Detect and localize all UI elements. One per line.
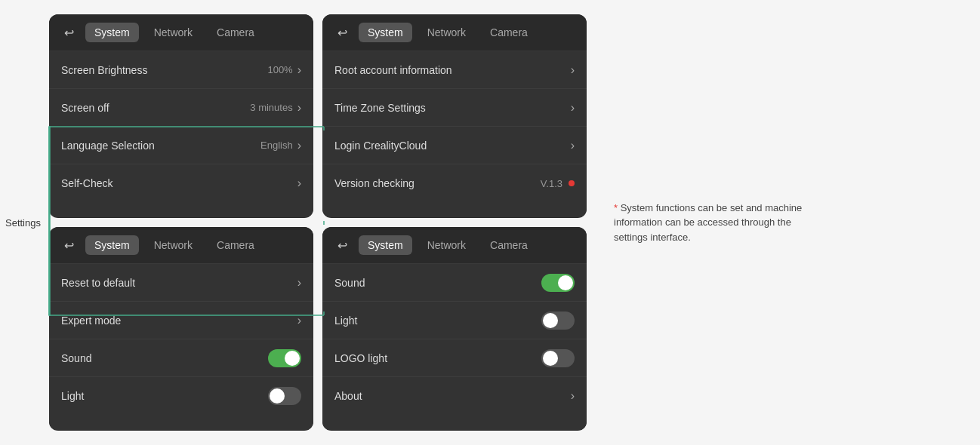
- menu-screen-off[interactable]: Screen off 3 minutes ›: [49, 89, 313, 127]
- tab-system-tl[interactable]: System: [85, 23, 139, 42]
- screen-off-label: Screen off: [61, 102, 109, 114]
- light-bl-toggle[interactable]: [268, 387, 301, 405]
- settings-label: Settings: [5, 217, 41, 229]
- panel-top-left: ↩ System Network Camera Screen Brightnes…: [49, 14, 313, 218]
- self-check-value: ›: [297, 176, 301, 190]
- menu-login-crealitycloud[interactable]: Login CrealityCloud ›: [322, 127, 587, 164]
- screen-brightness-label: Screen Brightness: [61, 64, 147, 76]
- light-bl-label: Light: [61, 390, 84, 402]
- language-label: Language Selection: [61, 140, 155, 152]
- light-br-toggle-off[interactable]: [541, 312, 575, 330]
- root-account-label: Root account information: [334, 64, 452, 76]
- tab-system-br[interactable]: System: [359, 235, 412, 255]
- chevron-icon: ›: [571, 63, 575, 77]
- panel-bottom-right: ↩ System Network Camera Sound: [322, 227, 587, 431]
- light-toggle-off[interactable]: [268, 387, 301, 405]
- tab-network-tr[interactable]: Network: [418, 23, 475, 42]
- menu-timezone[interactable]: Time Zone Settings ›: [322, 89, 587, 127]
- about-value: ›: [571, 389, 575, 403]
- timezone-value: ›: [571, 101, 575, 115]
- logo-light-label: LOGO light: [334, 352, 387, 364]
- menu-version-checking[interactable]: Version checking V.1.3: [322, 164, 587, 202]
- logo-light-toggle-off[interactable]: [541, 349, 575, 367]
- tab-network-tl[interactable]: Network: [145, 23, 202, 42]
- chevron-icon: ›: [571, 139, 575, 152]
- root-account-value: ›: [571, 63, 575, 77]
- toggle-knob: [558, 275, 573, 290]
- tab-system-tr[interactable]: System: [359, 23, 412, 42]
- light-br-label: Light: [334, 315, 357, 327]
- menu-sound-br[interactable]: Sound: [322, 264, 587, 302]
- version-checking-label: Version checking: [334, 177, 414, 189]
- panel-header-bottom-right: ↩ System Network Camera: [322, 227, 587, 264]
- expert-mode-label: Expert mode: [61, 315, 121, 327]
- version-dot-icon: [569, 180, 575, 186]
- menu-language-selection[interactable]: Language Selection English ›: [49, 127, 313, 164]
- toggle-knob: [543, 351, 558, 366]
- login-crealitycloud-label: Login CrealityCloud: [334, 140, 427, 152]
- menu-about[interactable]: About ›: [322, 377, 587, 415]
- sound-br-toggle-on[interactable]: [541, 274, 575, 292]
- tab-network-br[interactable]: Network: [418, 235, 475, 255]
- panel-header-top-left: ↩ System Network Camera: [49, 14, 313, 51]
- sound-br-toggle[interactable]: [541, 274, 575, 292]
- timezone-label: Time Zone Settings: [334, 102, 426, 114]
- tab-camera-tr[interactable]: Camera: [481, 23, 537, 42]
- reset-default-value: ›: [297, 276, 301, 290]
- screen-brightness-value: 100% ›: [267, 63, 301, 77]
- language-value: English ›: [260, 139, 301, 152]
- back-button-tr[interactable]: ↩: [331, 22, 353, 43]
- chevron-icon: ›: [297, 139, 301, 152]
- chevron-icon: ›: [571, 101, 575, 115]
- toggle-knob: [285, 351, 300, 366]
- panel-header-bottom-left: ↩ System Network Camera: [49, 227, 313, 264]
- screen-off-value: 3 minutes ›: [250, 101, 301, 115]
- reset-default-label: Reset to default: [61, 277, 135, 289]
- version-checking-value: V.1.3: [541, 178, 575, 189]
- panel-top-right: ↩ System Network Camera Root account inf…: [322, 14, 587, 218]
- chevron-icon: ›: [297, 63, 301, 77]
- light-br-toggle[interactable]: [541, 312, 575, 330]
- panel-content-tl: Screen Brightness 100% › Screen off 3 mi…: [49, 51, 313, 217]
- info-text: * System functions can be set and machin…: [614, 201, 810, 245]
- logo-light-toggle[interactable]: [541, 349, 575, 367]
- chevron-icon: ›: [297, 176, 301, 190]
- toggle-knob: [543, 313, 558, 328]
- chevron-icon: ›: [571, 389, 575, 403]
- chevron-icon: ›: [297, 276, 301, 290]
- menu-logo-light[interactable]: LOGO light: [322, 339, 587, 377]
- menu-expert-mode[interactable]: Expert mode ›: [49, 302, 313, 339]
- panel-bottom-left: ↩ System Network Camera Reset to default…: [49, 227, 313, 431]
- panel-content-bl: Reset to default › Expert mode ›: [49, 264, 313, 430]
- menu-reset-default[interactable]: Reset to default ›: [49, 264, 313, 302]
- expert-mode-value: ›: [297, 314, 301, 327]
- back-button-tl[interactable]: ↩: [58, 22, 79, 43]
- menu-self-check[interactable]: Self-Check ›: [49, 164, 313, 202]
- menu-screen-brightness[interactable]: Screen Brightness 100% ›: [49, 51, 313, 89]
- tab-camera-br[interactable]: Camera: [481, 235, 537, 255]
- toggle-knob: [270, 388, 285, 404]
- sound-bl-label: Sound: [61, 352, 91, 364]
- tab-network-bl[interactable]: Network: [145, 235, 202, 255]
- panel-header-top-right: ↩ System Network Camera: [322, 14, 587, 51]
- menu-light-br[interactable]: Light: [322, 302, 587, 339]
- chevron-icon: ›: [297, 101, 301, 115]
- self-check-label: Self-Check: [61, 177, 112, 189]
- about-label: About: [334, 390, 362, 402]
- tab-camera-bl[interactable]: Camera: [208, 235, 263, 255]
- sound-toggle-on[interactable]: [268, 349, 301, 367]
- chevron-icon: ›: [297, 314, 301, 327]
- asterisk-icon: *: [614, 202, 618, 213]
- sound-br-label: Sound: [334, 277, 365, 289]
- sound-bl-toggle[interactable]: [268, 349, 301, 367]
- tab-camera-tl[interactable]: Camera: [208, 23, 263, 42]
- menu-light-bl[interactable]: Light: [49, 377, 313, 415]
- login-crealitycloud-value: ›: [571, 139, 575, 152]
- back-button-br[interactable]: ↩: [331, 235, 353, 256]
- back-button-bl[interactable]: ↩: [58, 235, 79, 256]
- panel-content-br: Sound Light: [322, 264, 587, 430]
- menu-root-account[interactable]: Root account information ›: [322, 51, 587, 89]
- menu-sound-bl[interactable]: Sound: [49, 339, 313, 377]
- tab-system-bl[interactable]: System: [85, 235, 139, 255]
- panel-content-tr: Root account information › Time Zone Set…: [322, 51, 587, 217]
